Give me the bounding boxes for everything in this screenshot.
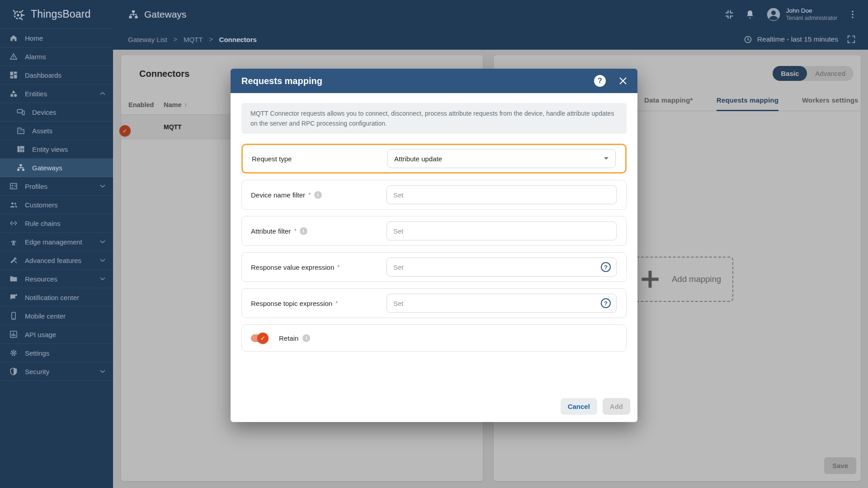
sidebar-item-alarms[interactable]: Alarms — [0, 47, 113, 66]
tools-icon — [9, 256, 18, 265]
retain-toggle[interactable]: ✓ — [251, 334, 267, 342]
breadcrumb-gateway-list[interactable]: Gateway List — [128, 36, 167, 43]
user-menu[interactable]: John Doe Tenant administrator — [765, 6, 837, 23]
sidebar-item-devices[interactable]: Devices — [0, 103, 113, 122]
clock-icon — [743, 35, 753, 44]
chevron-down-icon — [604, 157, 609, 160]
folder-icon — [9, 274, 18, 283]
check-icon: ✓ — [257, 333, 269, 344]
response-topic-expression-input[interactable] — [387, 294, 617, 313]
help-icon[interactable]: ? — [594, 75, 606, 87]
chevron-down-icon — [99, 256, 107, 264]
page-title: Gateways — [144, 9, 186, 20]
info-icon[interactable]: i — [314, 191, 322, 199]
antenna-icon — [9, 237, 18, 246]
user-name: John Doe — [786, 7, 837, 14]
collapse-icon[interactable] — [724, 9, 735, 20]
breadcrumb-connectors: Connectors — [219, 36, 257, 43]
close-icon[interactable] — [618, 75, 628, 86]
time-range-button[interactable]: Realtime - last 15 minutes — [743, 35, 838, 44]
request-type-label: Request type — [252, 155, 292, 163]
required-indicator: * — [337, 263, 340, 271]
sidebar-item-home[interactable]: Home — [0, 29, 113, 47]
toolbar-actions: Realtime - last 15 minutes — [743, 34, 856, 44]
dialog-header: Requests mapping ? — [231, 69, 637, 93]
request-type-select[interactable]: Attribute update — [387, 149, 616, 168]
assets-icon — [16, 126, 25, 135]
response-value-expression-label: Response value expression — [251, 263, 334, 271]
sidebar-item-assets[interactable]: Assets — [0, 122, 113, 140]
sidebar-item-entity-views[interactable]: Entity views — [0, 140, 113, 159]
sidebar-item-profiles[interactable]: Profiles — [0, 177, 113, 196]
field-row-device-name-filter: Device name filter * i — [241, 180, 627, 210]
device-name-filter-input[interactable] — [387, 185, 617, 204]
response-value-expression-input[interactable] — [387, 258, 617, 277]
notifications-bell-icon[interactable] — [745, 9, 755, 20]
more-vert-icon[interactable] — [847, 9, 858, 20]
shield-icon — [9, 367, 18, 376]
sidebar-item-mobile-center[interactable]: Mobile center — [0, 307, 113, 325]
sidebar-item-api-usage[interactable]: API usage — [0, 325, 113, 344]
avatar — [765, 6, 782, 23]
request-type-value: Attribute update — [394, 155, 442, 163]
retain-label: Retain — [279, 334, 298, 342]
entities-icon — [9, 89, 18, 98]
breadcrumb-mqtt[interactable]: MQTT — [184, 36, 203, 43]
warning-icon — [9, 52, 18, 61]
info-icon[interactable]: i — [302, 334, 310, 342]
chevron-down-icon — [99, 182, 107, 190]
required-indicator: * — [335, 300, 338, 307]
dialog-title: Requests mapping — [241, 76, 594, 86]
requests-mapping-dialog: Requests mapping ? MQTT Connector reques… — [231, 69, 637, 422]
user-info: John Doe Tenant administrator — [786, 7, 837, 22]
chart-icon — [9, 330, 18, 339]
dialog-footer: Cancel Add — [561, 398, 630, 415]
response-topic-expression-label: Response topic expression — [251, 300, 332, 307]
sidebar-item-dashboards[interactable]: Dashboards — [0, 66, 113, 84]
sidebar-item-edge-management[interactable]: Edge management — [0, 233, 113, 251]
top-header: Gateways John Doe Tenant administrator — [113, 0, 868, 29]
gateways-icon — [128, 9, 139, 20]
dashboards-icon — [9, 70, 18, 80]
breadcrumb: Gateway List > MQTT > Connectors — [128, 36, 257, 43]
required-indicator: * — [294, 227, 296, 235]
profiles-icon — [9, 182, 18, 191]
chevron-down-icon — [99, 238, 107, 246]
expression-help-icon[interactable]: ? — [601, 298, 611, 308]
sidebar-item-resources[interactable]: Resources — [0, 270, 113, 288]
chevron-down-icon — [99, 367, 107, 375]
chevron-up-icon — [99, 89, 107, 98]
field-row-attribute-filter: Attribute filter * i — [241, 216, 627, 246]
home-icon — [9, 33, 18, 42]
gear-icon — [9, 348, 18, 357]
breadcrumb-separator: > — [174, 36, 177, 43]
page-title-group: Gateways — [128, 9, 186, 20]
field-row-retain: ✓ Retain i — [241, 324, 627, 352]
dialog-description: MQTT Connector requests allows you to co… — [241, 103, 627, 134]
info-icon[interactable]: i — [300, 227, 307, 235]
sidebar-item-security[interactable]: Security — [0, 362, 113, 381]
sidebar-item-rule-chains[interactable]: Rule chains — [0, 214, 113, 233]
sidebar-item-customers[interactable]: Customers — [0, 196, 113, 214]
sidebar-item-notification-center[interactable]: Notification center — [0, 288, 113, 307]
smartphone-icon — [9, 311, 18, 320]
logo[interactable]: ThingsBoard — [0, 0, 113, 29]
sidebar-item-entities[interactable]: Entities — [0, 84, 113, 103]
customers-icon — [9, 200, 18, 209]
chevron-down-icon — [99, 275, 107, 283]
required-indicator: * — [308, 191, 311, 198]
notification-icon — [9, 293, 18, 302]
field-row-response-value-expression: Response value expression * ? — [241, 252, 627, 282]
fullscreen-icon[interactable] — [846, 34, 856, 44]
sidebar-item-advanced-features[interactable]: Advanced features — [0, 251, 113, 270]
topbar-actions: John Doe Tenant administrator — [724, 6, 858, 23]
field-row-response-topic-expression: Response topic expression * ? — [241, 288, 627, 318]
breadcrumb-bar: Gateway List > MQTT > Connectors Realtim… — [113, 29, 868, 50]
sidebar-item-gateways[interactable]: Gateways — [0, 159, 113, 177]
devices-icon — [16, 108, 25, 117]
add-button[interactable]: Add — [603, 398, 630, 415]
attribute-filter-input[interactable] — [387, 221, 617, 240]
sidebar-item-settings[interactable]: Settings — [0, 344, 113, 362]
cancel-button[interactable]: Cancel — [561, 398, 597, 415]
expression-help-icon[interactable]: ? — [601, 262, 611, 272]
